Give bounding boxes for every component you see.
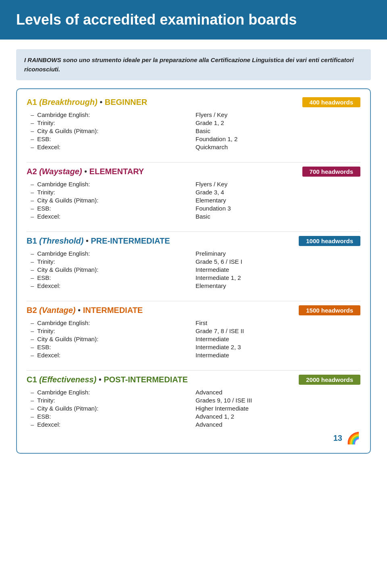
dash-icon: – [31,397,34,404]
exam-label: Cambridge English: [37,250,90,257]
dash-icon: – [31,205,34,212]
main-table: A1 (Breakthrough) • BEGINNER400 headword… [16,88,371,454]
exam-list-b2: –Cambridge English:–Trinity:–City & Guil… [27,319,191,360]
level-separator [27,162,360,163]
level-block-c1: C1 (Effectiveness) • POST-INTERMEDIATE20… [27,375,360,429]
list-item: Foundation 1, 2 [196,136,360,142]
list-item: –Cambridge English: [27,389,191,396]
list-item: –Cambridge English: [27,319,191,326]
page-number: 13 [333,434,342,443]
page-title: Levels of accredited examination boards [16,11,371,28]
badge-c1: 2000 headwords [299,375,360,385]
list-item: –ESB: [27,413,191,420]
list-item: Intermediate 2, 3 [196,344,360,350]
list-item: Grade 7, 8 / ISE II [196,327,360,334]
list-item: Intermediate [196,352,360,359]
badge-b2: 1500 headwords [299,305,360,315]
list-item: –Cambridge English: [27,111,191,118]
exam-list-a1: –Cambridge English:–Trinity:–City & Guil… [27,111,191,152]
dash-icon: – [31,181,34,188]
exam-label: City & Guilds (Pitman): [37,266,98,273]
list-item: Advanced [196,421,360,428]
val-list-c1: AdvancedGrades 9, 10 / ISE IIIHigher Int… [191,389,360,429]
list-item: –City & Guilds (Pitman): [27,405,191,412]
list-item: Preliminary [196,250,360,257]
exam-label: City & Guilds (Pitman): [37,405,98,412]
dash-icon: – [31,282,34,289]
exam-label: City & Guilds (Pitman): [37,336,98,342]
list-item: –Edexcel: [27,282,191,289]
dash-icon: – [31,189,34,196]
list-item: Elementary [196,282,360,289]
level-title-b2: B2 (Vantage) • INTERMEDIATE [27,306,143,315]
dash-icon: – [31,119,34,126]
level-title-b1: B1 (Threshold) • PRE-INTERMEDIATE [27,236,170,246]
list-item: Advanced [196,389,360,396]
list-item: –City & Guilds (Pitman): [27,197,191,204]
list-item: –City & Guilds (Pitman): [27,336,191,342]
list-item: –ESB: [27,205,191,212]
list-item: –ESB: [27,136,191,142]
exam-label: ESB: [37,274,51,281]
list-item: Basic [196,213,360,220]
header: Levels of accredited examination boards [0,0,387,40]
exam-list-c1: –Cambridge English:–Trinity:–City & Guil… [27,389,191,429]
dash-icon: – [31,336,34,342]
list-item: Basic [196,127,360,134]
dash-icon: – [31,213,34,220]
list-item: Grades 9, 10 / ISE III [196,397,360,404]
level-content-b2: –Cambridge English:–Trinity:–City & Guil… [27,319,360,360]
dash-icon: – [31,136,34,142]
list-item: Grade 3, 4 [196,189,360,196]
level-content-a2: –Cambridge English:–Trinity:–City & Guil… [27,181,360,221]
list-item: –City & Guilds (Pitman): [27,127,191,134]
level-separator [27,370,360,371]
dash-icon: – [31,111,34,118]
exam-label: City & Guilds (Pitman): [37,127,98,134]
dash-icon: – [31,389,34,396]
level-header-b2: B2 (Vantage) • INTERMEDIATE1500 headword… [27,305,360,315]
list-item: –Edexcel: [27,421,191,428]
level-header-c1: C1 (Effectiveness) • POST-INTERMEDIATE20… [27,375,360,385]
exam-label: Cambridge English: [37,181,90,188]
level-separator [27,301,360,301]
list-item: Intermediate 1, 2 [196,274,360,281]
exam-label: Edexcel: [37,421,60,428]
exam-label: Trinity: [37,119,55,126]
dash-icon: – [31,421,34,428]
level-content-a1: –Cambridge English:–Trinity:–City & Guil… [27,111,360,152]
badge-a2: 700 headwords [302,167,360,177]
list-item: –Cambridge English: [27,250,191,257]
list-item: Elementary [196,197,360,204]
list-item: –Trinity: [27,189,191,196]
dash-icon: – [31,197,34,204]
list-item: Foundation 3 [196,205,360,212]
exam-label: Cambridge English: [37,389,90,396]
exam-label: Edexcel: [37,144,60,150]
list-item: Flyers / Key [196,111,360,118]
level-block-a1: A1 (Breakthrough) • BEGINNER400 headword… [27,97,360,152]
exam-label: Trinity: [37,327,55,334]
level-separator [27,231,360,232]
list-item: –Trinity: [27,258,191,265]
exam-label: ESB: [37,136,51,142]
level-header-a2: A2 (Waystage) • ELEMENTARY700 headwords [27,167,360,177]
list-item: Flyers / Key [196,181,360,188]
dash-icon: – [31,274,34,281]
badge-b1: 1000 headwords [299,236,360,246]
dash-icon: – [31,127,34,134]
exam-label: Edexcel: [37,282,60,289]
level-title-a1: A1 (Breakthrough) • BEGINNER [27,98,147,107]
intro-text: I RAINBOWS sono uno strumento ideale per… [24,56,363,74]
exam-label: Cambridge English: [37,319,90,326]
list-item: –Cambridge English: [27,181,191,188]
dash-icon: – [31,352,34,359]
list-item: –Edexcel: [27,213,191,220]
exam-label: Trinity: [37,397,55,404]
list-item: First [196,319,360,326]
val-list-b2: FirstGrade 7, 8 / ISE IIIntermediateInte… [191,319,360,360]
level-content-b1: –Cambridge English:–Trinity:–City & Guil… [27,250,360,290]
page-number-row: 13 🌈 [27,432,360,445]
list-item: Grade 5, 6 / ISE I [196,258,360,265]
val-list-b1: PreliminaryGrade 5, 6 / ISE IIntermediat… [191,250,360,290]
